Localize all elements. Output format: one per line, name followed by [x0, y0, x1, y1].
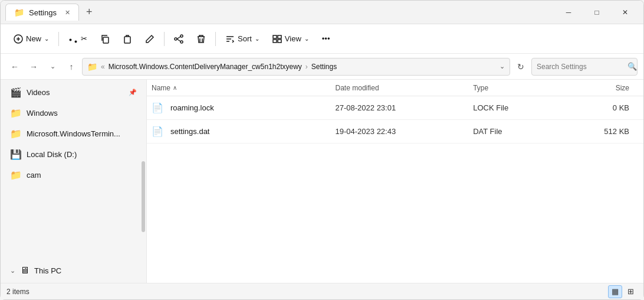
address-current: Settings	[311, 63, 337, 71]
new-button[interactable]: New ⌄	[8, 31, 55, 47]
sidebar: 🎬 Videos 📌 📁 Windows 📁 Microsoft.Windows…	[1, 80, 147, 283]
title-bar: 📁 Settings ✕ + ─ □ ✕	[1, 1, 643, 24]
forward-button[interactable]: →	[25, 58, 42, 75]
svg-rect-15	[273, 40, 277, 43]
sidebar-item-cam[interactable]: 📁 cam	[3, 165, 144, 185]
sidebar-item-label-videos: Videos	[27, 88, 50, 97]
file-size-cell: 0 KB	[565, 103, 639, 112]
address-bar[interactable]: 📁 « Microsoft.Windows.ContentDeliveryMan…	[82, 58, 510, 76]
address-arrow: ›	[305, 63, 308, 71]
file-icon: 📄	[152, 126, 163, 137]
disk-icon: 💾	[10, 149, 22, 160]
column-size[interactable]: Size	[565, 84, 639, 92]
minimize-button[interactable]: ─	[555, 3, 582, 22]
title-tab[interactable]: 📁 Settings ✕	[5, 4, 79, 21]
svg-point-7	[180, 41, 183, 43]
new-label: New	[26, 34, 41, 43]
col-date-label: Date modified	[336, 84, 379, 92]
tab-title: Settings	[29, 8, 57, 17]
column-name[interactable]: Name ∧	[152, 84, 336, 92]
sidebar-this-pc[interactable]: ⌄ 🖥 This PC	[3, 261, 144, 280]
rename-button[interactable]	[139, 31, 160, 47]
tab-close-button[interactable]: ✕	[65, 9, 70, 17]
new-chevron-icon: ⌄	[44, 35, 49, 42]
maximize-button[interactable]: □	[583, 3, 610, 22]
file-header: Name ∧ Date modified Type Size	[147, 80, 643, 96]
file-size-cell: 512 KB	[565, 127, 639, 136]
address-path: Microsoft.Windows.ContentDeliveryManager…	[109, 63, 302, 71]
file-type-cell: DAT File	[473, 127, 565, 136]
toolbar-separator-1	[58, 32, 59, 46]
file-icon: 📄	[152, 102, 163, 113]
refresh-button[interactable]: ↻	[512, 58, 529, 75]
up-button[interactable]: ↑	[63, 58, 80, 75]
sidebar-item-localdisk[interactable]: 💾 Local Disk (D:)	[3, 145, 144, 164]
share-icon	[174, 34, 183, 44]
svg-point-6	[175, 38, 177, 40]
copy-button[interactable]	[94, 31, 116, 47]
svg-point-5	[180, 35, 183, 37]
tab-folder-icon: 📁	[14, 8, 24, 17]
file-type-cell: LOCK File	[473, 103, 565, 112]
sort-label: Sort	[238, 34, 252, 43]
sort-arrow-icon: ∧	[173, 84, 177, 91]
toolbar-separator-2	[164, 32, 165, 46]
this-pc-icon: 🖥	[20, 265, 29, 276]
back-button[interactable]: ←	[6, 58, 23, 75]
main-content: 🎬 Videos 📌 📁 Windows 📁 Microsoft.Windows…	[1, 80, 643, 283]
delete-button[interactable]	[190, 31, 212, 47]
window-controls: ─ □ ✕	[555, 3, 639, 22]
copy-icon	[100, 34, 110, 44]
view-label: View	[285, 34, 301, 43]
large-icon-view-button[interactable]: ⊞	[623, 285, 638, 298]
share-button[interactable]	[168, 31, 189, 47]
file-name: settings.dat	[170, 127, 336, 136]
view-icon	[272, 34, 282, 44]
search-box[interactable]: 🔍	[531, 58, 638, 76]
address-dropdown-icon[interactable]: ⌄	[500, 63, 505, 70]
view-button[interactable]: View ⌄	[267, 31, 315, 47]
delete-icon	[196, 34, 206, 44]
window: 📁 Settings ✕ + ─ □ ✕ New ⌄ ✂	[0, 0, 644, 300]
status-bar: 2 items ▦ ⊞	[1, 283, 643, 299]
cut-icon	[68, 34, 78, 44]
sidebar-scrollbar[interactable]	[142, 161, 145, 232]
paste-button[interactable]	[117, 31, 138, 47]
more-button[interactable]: •••	[316, 31, 336, 47]
view-chevron-icon: ⌄	[304, 35, 309, 42]
view-toggle: ▦ ⊞	[608, 285, 638, 298]
nav-bar: ← → ⌄ ↑ 📁 « Microsoft.Windows.ContentDel…	[1, 54, 643, 80]
new-icon	[14, 34, 23, 44]
pin-icon-videos: 📌	[129, 89, 137, 96]
sidebar-item-windows[interactable]: 📁 Windows	[3, 103, 144, 123]
column-date[interactable]: Date modified	[336, 84, 474, 92]
sidebar-item-windowsterminal[interactable]: 📁 Microsoft.WindowsTermin...	[3, 124, 144, 144]
svg-rect-16	[278, 40, 281, 43]
svg-line-9	[177, 39, 180, 41]
table-row[interactable]: 📄 roaming.lock 27-08-2022 23:01 LOCK Fil…	[147, 96, 643, 120]
paste-icon	[123, 34, 132, 44]
col-size-label: Size	[616, 84, 629, 92]
toolbar-separator-3	[215, 32, 216, 46]
sort-chevron-icon: ⌄	[255, 35, 259, 42]
sort-icon	[225, 34, 235, 44]
details-view-button[interactable]: ▦	[608, 285, 622, 298]
details-view-icon: ▦	[612, 287, 619, 296]
svg-line-8	[177, 37, 180, 39]
sidebar-item-videos[interactable]: 🎬 Videos 📌	[3, 83, 144, 102]
item-count: 2 items	[6, 288, 29, 296]
address-separator: «	[101, 63, 105, 71]
column-type[interactable]: Type	[473, 84, 565, 92]
new-tab-button[interactable]: +	[81, 4, 97, 21]
close-button[interactable]: ✕	[612, 3, 639, 22]
search-input[interactable]	[537, 63, 625, 71]
cut-button[interactable]: ✂	[63, 31, 93, 47]
sidebar-item-label-localdisk: Local Disk (D:)	[27, 150, 77, 159]
svg-rect-14	[278, 35, 281, 38]
table-row[interactable]: 📄 settings.dat 19-04-2023 22:43 DAT File…	[147, 120, 643, 144]
svg-rect-13	[273, 35, 277, 38]
file-list: 📄 roaming.lock 27-08-2022 23:01 LOCK Fil…	[147, 96, 643, 144]
dropdown-button[interactable]: ⌄	[44, 58, 61, 75]
sort-button[interactable]: Sort ⌄	[219, 31, 265, 47]
sidebar-item-label-cam: cam	[27, 171, 41, 180]
